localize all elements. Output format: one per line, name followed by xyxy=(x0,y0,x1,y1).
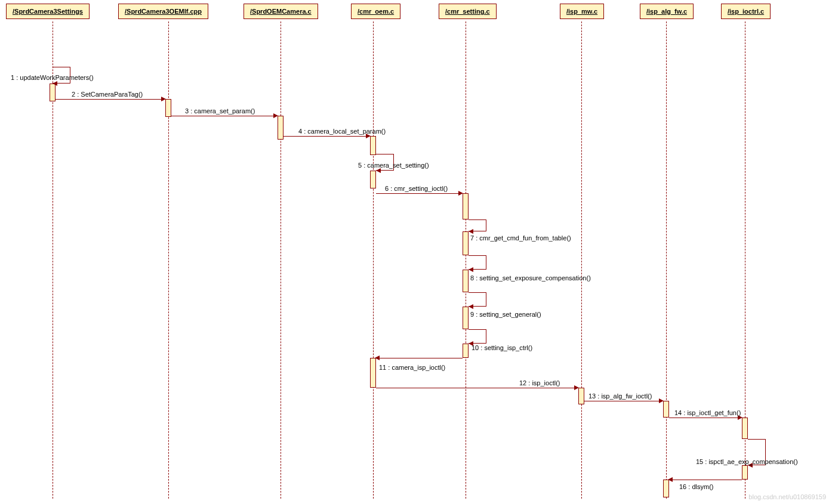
lifeline xyxy=(466,21,466,499)
message-arrow xyxy=(376,193,460,194)
message-arrow xyxy=(56,99,163,100)
arrow-head-icon xyxy=(469,267,473,272)
message-label: 1 : updateWorkParameters() xyxy=(11,74,94,81)
activation-bar xyxy=(742,465,748,480)
message-label: 4 : camera_local_set_param() xyxy=(298,128,386,135)
activation-bar xyxy=(370,136,376,155)
arrow-head-icon xyxy=(574,385,579,390)
message-label: 8 : setting_set_exposure_compensation() xyxy=(470,274,591,282)
message-arrow xyxy=(584,401,661,401)
arrow-head-icon xyxy=(375,355,380,360)
message-label: 9 : setting_set_general() xyxy=(470,311,541,318)
message-label: 7 : cmr_get_cmd_fun_from_table() xyxy=(470,234,571,242)
message-label: 14 : isp_ioctl_get_fun() xyxy=(674,409,741,416)
lifeline xyxy=(666,21,667,499)
activation-bar xyxy=(463,307,469,329)
arrow-head-icon xyxy=(668,477,673,482)
participant-box: /cmr_oem.c xyxy=(351,4,400,19)
message-arrow xyxy=(284,136,368,137)
activation-bar xyxy=(663,480,669,497)
message-label: 12 : isp_ioctl() xyxy=(519,379,560,386)
activation-bar xyxy=(165,99,171,117)
arrow-head-icon xyxy=(469,229,473,234)
activation-bar xyxy=(463,270,469,292)
participant-box: /isp_ioctrl.c xyxy=(721,4,771,19)
activation-bar xyxy=(463,193,469,219)
activation-bar xyxy=(370,358,376,388)
arrow-head-icon xyxy=(53,81,57,86)
arrow-head-icon xyxy=(659,398,664,403)
activation-bar xyxy=(50,84,56,101)
activation-bar xyxy=(463,231,469,255)
message-label: 13 : isp_alg_fw_ioctl() xyxy=(588,392,652,400)
message-label: 10 : setting_isp_ctrl() xyxy=(472,344,532,351)
watermark-text: blog.csdn.net/u010869159 xyxy=(748,493,826,500)
arrow-head-icon xyxy=(458,191,463,196)
activation-bar xyxy=(578,388,584,404)
arrow-head-icon xyxy=(376,168,381,173)
message-arrow xyxy=(378,358,463,358)
message-label: 15 : ispctl_ae_exp_compensation() xyxy=(696,458,798,465)
lifeline xyxy=(168,21,169,499)
activation-bar xyxy=(370,171,376,188)
participant-box: /isp_mw.c xyxy=(560,4,604,19)
message-label: 3 : camera_set_param() xyxy=(185,107,255,115)
activation-bar xyxy=(463,344,469,358)
activation-bar xyxy=(278,116,284,140)
activation-bar xyxy=(742,418,748,439)
message-label: 6 : cmr_setting_ioctl() xyxy=(385,185,448,192)
participant-box: /SprdCamera3OEMIf.cpp xyxy=(118,4,208,19)
participant-box: /SprdOEMCamera.c xyxy=(244,4,318,19)
message-arrow xyxy=(669,418,739,418)
background-grid xyxy=(0,0,832,504)
message-label: 16 : dlsym() xyxy=(679,483,713,490)
message-arrow xyxy=(171,116,275,116)
activation-bar xyxy=(663,401,669,418)
lifeline xyxy=(581,21,582,499)
message-arrow xyxy=(376,388,576,388)
lifeline xyxy=(373,21,374,499)
arrow-head-icon xyxy=(273,113,278,118)
participant-box: /SprdCamera3Settings xyxy=(6,4,90,19)
lifeline xyxy=(281,21,281,499)
message-arrow xyxy=(671,480,742,480)
participant-box: /cmr_setting.c xyxy=(439,4,497,19)
message-label: 5 : camera_set_setting() xyxy=(358,162,429,169)
message-label: 2 : SetCameraParaTag() xyxy=(72,91,143,98)
participant-box: /isp_alg_fw.c xyxy=(640,4,694,19)
arrow-head-icon xyxy=(161,97,166,101)
message-label: 11 : camera_isp_ioctl() xyxy=(379,364,445,371)
arrow-head-icon xyxy=(469,304,473,309)
